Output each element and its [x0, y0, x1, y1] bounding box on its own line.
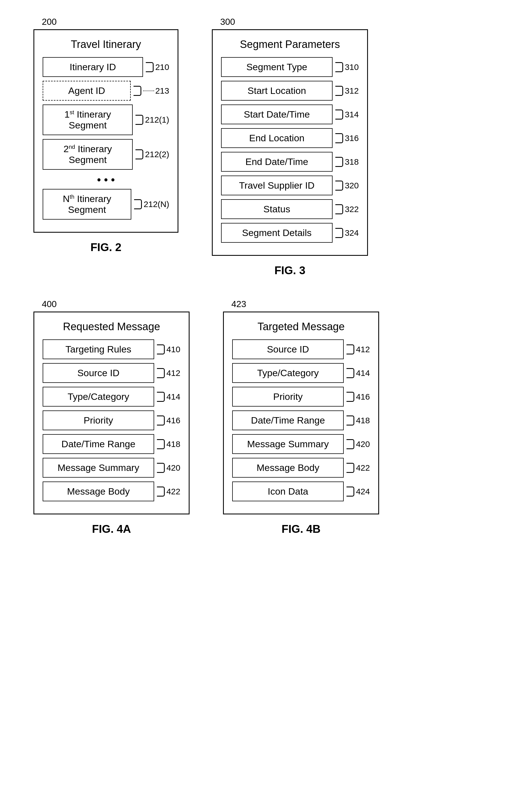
fig4a-row-targeting-rules: Targeting Rules 410: [43, 340, 180, 359]
fig4a-block: 400 Requested Message Targeting Rules 41…: [33, 299, 189, 535]
fig3-field-travel-supplier-id: Travel Supplier ID: [221, 176, 333, 195]
fig4b-ref-414: 414: [346, 368, 370, 378]
fig4a-ref-422: 422: [157, 487, 180, 496]
fig4b-field-priority: Priority: [232, 387, 344, 407]
fig2-field-itinerary-id: Itinerary ID: [43, 57, 143, 77]
fig4a-title: Requested Message: [43, 321, 180, 333]
fig4a-row-datetime-range: Date/Time Range 418: [43, 434, 180, 454]
fig4a-ref-top: 400: [42, 299, 56, 309]
fig3-row-segment-details: Segment Details 324: [221, 223, 359, 243]
fig3-outer-box: Segment Parameters Segment Type 310 Star…: [212, 29, 368, 256]
fig3-ref-top: 300: [220, 17, 235, 27]
fig3-block: 300 Segment Parameters Segment Type 310 …: [212, 17, 368, 277]
fig2-field-segn: Nth Itinerary Segment: [43, 189, 131, 219]
fig2-dots: • • •: [43, 173, 169, 186]
fig2-ref-seg1: 212(1): [135, 115, 169, 125]
bottom-row: 400 Requested Message Targeting Rules 41…: [22, 299, 499, 535]
fig3-row-start-datetime: Start Date/Time 314: [221, 105, 359, 124]
fig4b-row-icon-data: Icon Data 424: [232, 482, 370, 501]
fig4a-row-priority: Priority 416: [43, 411, 180, 430]
fig4b-row-priority: Priority 416: [232, 387, 370, 407]
fig4b-ref-424: 424: [346, 487, 370, 496]
fig3-ref-314: 314: [335, 110, 359, 119]
fig3-row-segment-type: Segment Type 310: [221, 57, 359, 77]
fig3-field-segment-type: Segment Type: [221, 57, 333, 77]
fig3-ref-318: 318: [335, 157, 359, 167]
fig3-field-segment-details: Segment Details: [221, 223, 333, 243]
fig4a-row-source-id: Source ID 412: [43, 363, 180, 383]
fig4a-row-message-summary: Message Summary 420: [43, 458, 180, 478]
fig4b-field-source-id: Source ID: [232, 340, 344, 359]
fig2-row-seg1: 1st Itinerary Segment 212(1): [43, 105, 169, 135]
fig2-outer-box: Travel Itinerary Itinerary ID 210 Agent …: [33, 29, 178, 233]
fig3-field-start-location: Start Location: [221, 81, 333, 100]
fig2-row-itinerary-id: Itinerary ID 210: [43, 57, 169, 77]
fig4a-row-type-category: Type/Category 414: [43, 387, 180, 407]
fig2-row-seg2: 2nd Itinerary Segment 212(2): [43, 139, 169, 170]
fig4a-field-targeting-rules: Targeting Rules: [43, 340, 154, 359]
fig2-ref-seg2: 212(2): [135, 149, 169, 159]
fig3-row-end-datetime: End Date/Time 318: [221, 152, 359, 172]
fig4a-ref-418: 418: [157, 439, 180, 449]
fig3-row-status: Status 322: [221, 199, 359, 219]
fig4a-ref-420: 420: [157, 463, 180, 473]
page-content: 200 Travel Itinerary Itinerary ID 210 Ag…: [22, 17, 499, 535]
fig3-ref-320: 320: [335, 181, 359, 191]
fig3-row-travel-supplier-id: Travel Supplier ID 320: [221, 176, 359, 195]
fig3-field-end-location: End Location: [221, 128, 333, 148]
fig4b-field-type-category: Type/Category: [232, 363, 344, 383]
fig4a-ref-410: 410: [157, 344, 180, 354]
fig2-ref-itinerary-id: 210: [146, 62, 169, 72]
top-row: 200 Travel Itinerary Itinerary ID 210 Ag…: [22, 17, 499, 277]
fig4b-label: FIG. 4B: [281, 523, 321, 535]
fig4a-field-priority: Priority: [43, 411, 154, 430]
fig4a-field-datetime-range: Date/Time Range: [43, 434, 154, 454]
fig3-row-start-location: Start Location 312: [221, 81, 359, 100]
fig4b-row-message-summary: Message Summary 420: [232, 434, 370, 454]
fig4b-field-message-body: Message Body: [232, 458, 344, 478]
fig4b-row-source-id: Source ID 412: [232, 340, 370, 359]
fig4a-ref-412: 412: [157, 368, 180, 378]
fig3-field-end-datetime: End Date/Time: [221, 152, 333, 172]
fig4b-field-icon-data: Icon Data: [232, 482, 344, 501]
fig2-row-agent-id: Agent ID 213: [43, 81, 169, 100]
fig4b-ref-416: 416: [346, 392, 370, 402]
fig4b-ref-412: 412: [346, 344, 370, 354]
fig3-title: Segment Parameters: [221, 39, 359, 50]
fig4a-row-message-body: Message Body 422: [43, 482, 180, 501]
fig4a-ref-416: 416: [157, 416, 180, 425]
fig4b-block: 423 Targeted Message Source ID 412 Type/…: [223, 299, 379, 535]
fig4b-field-datetime-range: Date/Time Range: [232, 411, 344, 430]
fig4a-field-source-id: Source ID: [43, 363, 154, 383]
fig2-title: Travel Itinerary: [43, 39, 169, 50]
fig2-field-agent-id: Agent ID: [43, 81, 131, 100]
fig4a-ref-414: 414: [157, 392, 180, 402]
fig4b-title: Targeted Message: [232, 321, 370, 333]
fig4a-label: FIG. 4A: [92, 523, 131, 535]
fig3-ref-322: 322: [335, 204, 359, 214]
fig4b-row-type-category: Type/Category 414: [232, 363, 370, 383]
fig4a-field-type-category: Type/Category: [43, 387, 154, 407]
fig3-ref-316: 316: [335, 133, 359, 143]
fig2-ref-top: 200: [42, 17, 56, 27]
fig4b-ref-420: 420: [346, 439, 370, 449]
fig4b-outer-box: Targeted Message Source ID 412 Type/Cate…: [223, 311, 379, 514]
fig2-ref-agent-id: 213: [134, 86, 169, 96]
fig3-field-start-datetime: Start Date/Time: [221, 105, 333, 124]
fig2-row-segn: Nth Itinerary Segment 212(N): [43, 189, 169, 219]
fig4a-outer-box: Requested Message Targeting Rules 410 So…: [33, 311, 189, 514]
fig2-label: FIG. 2: [90, 241, 121, 254]
fig3-ref-324: 324: [335, 228, 359, 238]
fig4b-ref-418: 418: [346, 416, 370, 425]
fig4b-ref-422: 422: [346, 463, 370, 473]
fig4a-field-message-summary: Message Summary: [43, 458, 154, 478]
fig4b-row-datetime-range: Date/Time Range 418: [232, 411, 370, 430]
fig3-row-end-location: End Location 316: [221, 128, 359, 148]
fig4b-row-message-body: Message Body 422: [232, 458, 370, 478]
fig3-field-status: Status: [221, 199, 333, 219]
fig2-block: 200 Travel Itinerary Itinerary ID 210 Ag…: [33, 17, 178, 254]
fig4b-field-message-summary: Message Summary: [232, 434, 344, 454]
fig2-ref-segn: 212(N): [134, 199, 169, 209]
fig3-label: FIG. 3: [274, 264, 305, 277]
fig2-field-seg1: 1st Itinerary Segment: [43, 105, 133, 135]
